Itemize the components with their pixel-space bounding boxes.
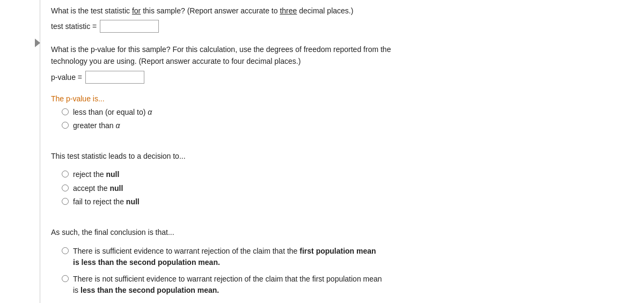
pvalue-radio-2[interactable] <box>62 122 69 129</box>
conclusion-radio-group: There is sufficient evidence to warrant … <box>62 246 628 303</box>
content-area: What is the test statistic for this samp… <box>40 0 644 303</box>
conclusion-radio-2[interactable] <box>62 275 69 282</box>
pvalue-section: What is the p-value for this sample? For… <box>51 43 628 84</box>
pvalue-comparison-heading: The p-value is... <box>51 94 628 103</box>
pvalue-label-2[interactable]: greater than α <box>73 121 120 131</box>
decision-label-3[interactable]: fail to reject the null <box>73 197 140 208</box>
conclusion-label-1[interactable]: There is sufficient evidence to warrant … <box>73 246 384 268</box>
conclusion-option-2: There is not sufficient evidence to warr… <box>62 274 628 296</box>
arrow-indicator[interactable] <box>35 39 40 47</box>
pvalue-option-2: greater than α <box>62 121 628 131</box>
pvalue-label: p-value = <box>51 73 82 82</box>
test-statistic-question: What is the test statistic for this samp… <box>51 5 628 17</box>
test-statistic-label: test statistic = <box>51 22 97 31</box>
pvalue-option-1: less than (or equal to) α <box>62 107 628 118</box>
decision-label-2[interactable]: accept the null <box>73 183 123 194</box>
left-sidebar <box>0 0 40 303</box>
pvalue-radio-group: less than (or equal to) α greater than α <box>62 107 628 131</box>
decision-section: This test statistic leads to a decision … <box>51 151 628 208</box>
pvalue-comparison-section: The p-value is... less than (or equal to… <box>51 94 628 131</box>
decision-option-1: reject the null <box>62 169 628 180</box>
conclusion-radio-1[interactable] <box>62 247 69 254</box>
pvalue-radio-1[interactable] <box>62 108 69 115</box>
decision-heading: This test statistic leads to a decision … <box>51 151 628 162</box>
conclusion-option-1: There is sufficient evidence to warrant … <box>62 246 628 268</box>
decision-radio-2[interactable] <box>62 184 69 191</box>
conclusion-heading: As such, the final conclusion is that... <box>51 227 628 238</box>
decision-option-3: fail to reject the null <box>62 197 628 208</box>
decision-radio-3[interactable] <box>62 198 69 205</box>
test-statistic-input[interactable] <box>100 20 159 33</box>
conclusion-section: As such, the final conclusion is that...… <box>51 227 628 303</box>
test-statistic-input-row: test statistic = <box>51 20 628 33</box>
decision-radio-group: reject the null accept the null fail to … <box>62 169 628 208</box>
decision-radio-1[interactable] <box>62 171 69 178</box>
pvalue-input[interactable] <box>85 71 144 84</box>
conclusion-label-2[interactable]: There is not sufficient evidence to warr… <box>73 274 384 296</box>
decision-label-1[interactable]: reject the null <box>73 169 119 180</box>
pvalue-question: What is the p-value for this sample? For… <box>51 43 628 68</box>
decision-option-2: accept the null <box>62 183 628 194</box>
pvalue-input-row: p-value = <box>51 71 628 84</box>
page-wrapper: What is the test statistic for this samp… <box>0 0 644 303</box>
pvalue-label-1[interactable]: less than (or equal to) α <box>73 107 152 118</box>
test-statistic-section: What is the test statistic for this samp… <box>51 5 628 33</box>
